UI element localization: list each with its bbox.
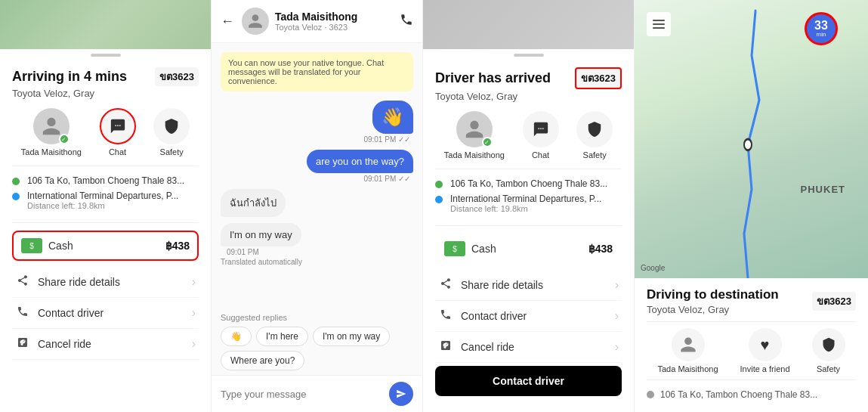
p4-pickup-row: 106 Ta Ko, Tambon Choeng Thale 83... xyxy=(647,386,856,403)
msg-emoji: 👋 09:01 PM ✓✓ xyxy=(221,101,413,144)
share-text-1: Share ride details xyxy=(38,276,120,288)
payment-row-3[interactable]: $ Cash ฿438 xyxy=(435,234,622,264)
arriving-title: Arriving in 4 mins xyxy=(12,69,127,85)
driver-check-1: ✓ xyxy=(59,134,70,144)
p4-title-row: Driving to destination Toyota Veloz, Gra… xyxy=(647,287,856,315)
cancel-ride-3[interactable]: Cancel ride › xyxy=(435,332,622,363)
svg-point-0 xyxy=(744,139,752,150)
plate-1: ขต3623 xyxy=(155,67,199,86)
p4-pickup-text: 106 Ta Ko, Tambon Choeng Thale 83... xyxy=(660,389,817,400)
contact-driver-btn-3[interactable]: Contact driver xyxy=(435,366,622,396)
handle-wrap-1 xyxy=(0,49,211,58)
contact-left-3: Contact driver xyxy=(438,308,527,324)
p4-invite-icon-wrap: ♥ xyxy=(749,328,782,361)
msg-text-thai: ฉันกำลังไป xyxy=(230,197,276,209)
driver-action[interactable]: ✓ Tada Maisithong xyxy=(21,108,82,156)
actions-row-1: ✓ Tada Maisithong Chat Safety xyxy=(12,108,199,166)
cash-icon-1: $ xyxy=(21,238,42,253)
eta-number: 33 xyxy=(814,20,828,32)
title-row-1: Arriving in 4 mins ขต3623 xyxy=(12,67,199,86)
share-icon-1 xyxy=(15,274,30,290)
chat-input[interactable] xyxy=(221,389,383,400)
heart-icon: ♥ xyxy=(761,336,770,354)
divider-4b xyxy=(647,379,856,380)
pickup-item-3: 106 Ta Ko, Tambon Choeng Thale 83... xyxy=(435,178,622,189)
contact-driver-3[interactable]: Contact driver › xyxy=(435,301,622,332)
chip-on-way[interactable]: I'm on my way xyxy=(313,327,390,346)
p4-actions-row: Tada Maisithong ♥ Invite a friend Safety xyxy=(647,328,856,373)
arrived-title: Driver has arrived xyxy=(435,70,551,86)
chip-wave[interactable]: 👋 xyxy=(221,327,252,346)
chip-where[interactable]: Where are you? xyxy=(221,351,304,370)
panel-driving: 33 min PHUKET Google Driving to destinat… xyxy=(635,0,868,412)
msg-question: are you on the way? 09:01 PM ✓✓ xyxy=(221,150,413,183)
emoji-wave: 👋 xyxy=(381,107,404,127)
payment-label-1: Cash xyxy=(48,240,73,252)
map-menu-button-4[interactable] xyxy=(647,12,671,36)
cancel-text-3: Cancel ride xyxy=(461,341,514,353)
eta-label: min xyxy=(817,32,826,38)
share-ride-3[interactable]: Share ride details › xyxy=(435,270,622,301)
share-ride-1[interactable]: Share ride details › xyxy=(12,267,199,298)
call-button[interactable] xyxy=(400,13,413,30)
pickup-item-1: 106 Ta Ko, Tambon Choeng Thale 83... xyxy=(12,175,199,186)
p4-driver-action[interactable]: Tada Maisithong xyxy=(657,328,718,373)
p4-subtitle: Toyota Veloz, Gray xyxy=(647,304,779,315)
safety-icon-wrap-1 xyxy=(153,108,190,144)
safety-action-1[interactable]: Safety xyxy=(153,108,190,156)
msg-text-question: are you on the way? xyxy=(316,156,404,167)
send-button[interactable] xyxy=(389,382,413,406)
pickup-text-3: 106 Ta Ko, Tambon Choeng Thale 83... xyxy=(450,178,607,189)
chevron-contact-1: › xyxy=(192,306,196,320)
google-label: Google xyxy=(641,264,665,272)
chevron-contact-3: › xyxy=(615,309,619,323)
chat-driver-name: Tada Maisithong xyxy=(275,11,400,23)
driver-label-3: Tada Maisithong xyxy=(444,150,505,160)
driver-action-3[interactable]: ✓ Tada Maisithong xyxy=(444,111,505,160)
cancel-left-3: Cancel ride xyxy=(438,339,514,355)
share-text-3: Share ride details xyxy=(461,279,543,291)
chip-im-here[interactable]: I'm here xyxy=(256,327,308,346)
contact-driver-1[interactable]: Contact driver › xyxy=(12,298,199,329)
p4-driver-label: Tada Maisithong xyxy=(657,364,718,373)
driver-label-1: Tada Maisithong xyxy=(21,147,82,156)
p4-invite-label: Invite a friend xyxy=(740,364,790,373)
distance-text-3: Distance left: 19.8km xyxy=(450,204,601,213)
cancel-ride-1[interactable]: Cancel ride › xyxy=(12,329,199,360)
phone-icon-3 xyxy=(438,308,453,324)
payment-row-1[interactable]: $ Cash ฿438 xyxy=(12,231,199,261)
p4-safety-action[interactable]: Safety xyxy=(812,328,845,373)
panel-arrived: Driver has arrived ขต3623 Toyota Veloz, … xyxy=(423,0,635,412)
p4-pickup-dot xyxy=(647,391,654,398)
plate-4: ขต3623 xyxy=(812,292,856,311)
p4-bottom: Driving to destination Toyota Veloz, Gra… xyxy=(635,278,868,412)
dropoff-text-1: International Terminal Departures, P... xyxy=(27,191,178,201)
suggested-chips: 👋 I'm here I'm on my way Where are you? xyxy=(221,327,413,370)
contact-left-1: Contact driver xyxy=(15,305,103,321)
contact-text-3: Contact driver xyxy=(461,310,527,322)
safety-action-3[interactable]: Safety xyxy=(576,111,613,160)
chat-header-info: Tada Maisithong Toyota Veloz · 3623 xyxy=(275,11,400,32)
eta-badge: 33 min xyxy=(805,12,838,45)
chat-icon-wrap-3 xyxy=(523,111,559,147)
safety-icon-wrap-3 xyxy=(576,111,613,147)
info-bubble: You can now use your native tongue. Chat… xyxy=(221,52,413,91)
driver-avatar-3: ✓ xyxy=(456,111,493,147)
pickup-text-1: 106 Ta Ko, Tambon Choeng Thale 83... xyxy=(27,175,184,186)
chat-action-1[interactable]: Chat xyxy=(100,108,136,156)
vehicle-info-3: Toyota Veloz, Gray xyxy=(435,91,622,102)
driver-check-3: ✓ xyxy=(482,137,493,147)
driver-avatar-1: ✓ xyxy=(33,108,70,144)
divider-4 xyxy=(647,321,856,322)
pickup-dot-3 xyxy=(435,181,443,188)
menu-bar-1 xyxy=(653,20,665,21)
phone-icon-1 xyxy=(15,305,30,321)
back-button[interactable]: ← xyxy=(221,14,234,29)
p4-invite-action[interactable]: ♥ Invite a friend xyxy=(740,328,790,373)
map-bg-3 xyxy=(423,0,634,49)
chat-action-3[interactable]: Chat xyxy=(523,111,559,160)
chevron-share-1: › xyxy=(192,275,196,289)
payment-left-1: $ Cash xyxy=(21,238,73,253)
panel-arriving: Arriving in 4 mins ขต3623 Toyota Veloz, … xyxy=(0,0,212,412)
phuket-label: PHUKET xyxy=(801,184,845,195)
